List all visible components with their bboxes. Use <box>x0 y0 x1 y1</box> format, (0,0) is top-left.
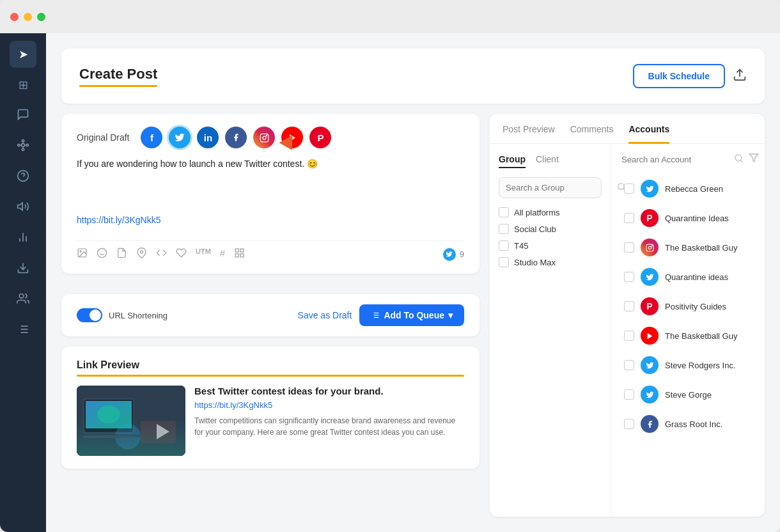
account-checkbox-quarantine-ideas-twitter[interactable] <box>624 272 634 282</box>
panel-tabs: Post Preview Comments Accounts <box>490 114 765 144</box>
account-name-grass-root: Grass Root Inc. <box>665 419 722 429</box>
account-list: Rebecca Green P Quarantine Ideas <box>621 175 754 438</box>
preview-article-desc: Twitter competitions can significantly i… <box>194 415 464 438</box>
account-checkbox-basketball-youtube[interactable] <box>624 331 634 341</box>
svg-marker-62 <box>647 332 652 339</box>
sidebar-item-download[interactable] <box>10 256 36 283</box>
group-label-t45: T45 <box>514 241 528 251</box>
search-account-input[interactable] <box>621 155 729 164</box>
sidebar-item-support[interactable] <box>10 164 36 191</box>
account-checkbox-quarantine-ideas[interactable] <box>624 213 634 223</box>
utm-toolbar-icon[interactable]: UTM <box>196 247 211 261</box>
file-toolbar-icon[interactable] <box>116 247 127 261</box>
preview-article-url[interactable]: https://bit.ly/3KgNkk5 <box>194 400 464 410</box>
account-item-steve-gorge[interactable]: Steve Gorge <box>621 380 754 409</box>
add-to-queue-button[interactable]: Add To Queue ▾ <box>359 304 464 326</box>
account-name-positivity-guides: Positivity Guides <box>665 302 726 311</box>
account-item-steve-rodgers[interactable]: Steve Rodgers Inc. <box>621 351 754 379</box>
group-tab-group[interactable]: Group <box>499 154 526 168</box>
svg-point-61 <box>651 245 651 246</box>
search-group-input[interactable] <box>506 183 613 192</box>
group-item-all[interactable]: All platforms <box>499 207 602 217</box>
tab-post-preview[interactable]: Post Preview <box>503 114 555 144</box>
twitter-count-icon <box>443 248 456 261</box>
account-checkbox-grass-root[interactable] <box>624 419 634 429</box>
svg-point-16 <box>19 293 24 298</box>
svg-rect-34 <box>235 249 238 252</box>
minimize-button[interactable] <box>24 13 32 21</box>
save-draft-button[interactable]: Save as Draft <box>298 310 352 320</box>
code-toolbar-icon[interactable] <box>156 247 167 261</box>
hashtag-toolbar-icon[interactable]: # <box>220 247 225 261</box>
account-item-basketball-instagram[interactable]: The Basketball Guy <box>621 233 754 262</box>
youtube-platform-icon[interactable] <box>281 127 303 148</box>
group-item-social-club[interactable]: Social Club <box>499 224 602 234</box>
account-checkbox-steve-rodgers[interactable] <box>624 360 634 370</box>
group-checkbox-social-club[interactable] <box>499 224 509 234</box>
main-layout: ➤ ⊞ <box>0 33 780 532</box>
svg-marker-58 <box>749 154 758 162</box>
bulk-schedule-button[interactable]: Bulk Schedule <box>633 64 725 88</box>
account-checkbox-rebecca-green[interactable] <box>624 184 634 194</box>
compose-textarea[interactable]: If you are wondering how to launch a new… <box>77 157 464 215</box>
export-button[interactable] <box>733 68 747 85</box>
emoji-toolbar-icon[interactable] <box>97 247 107 261</box>
sidebar-item-megaphone[interactable] <box>10 194 36 221</box>
maximize-button[interactable] <box>37 13 45 21</box>
sidebar-item-dashboard[interactable]: ⊞ <box>10 72 36 98</box>
sidebar-item-send[interactable]: ➤ <box>10 41 36 68</box>
sidebar-item-network[interactable] <box>10 133 36 160</box>
instagram-platform-icon[interactable] <box>253 127 275 148</box>
sidebar-item-groups[interactable] <box>10 286 36 313</box>
account-twitter-icon-steve-rodgers <box>641 356 659 374</box>
group-label-all: All platforms <box>514 208 560 217</box>
sidebar-item-chat[interactable] <box>10 102 36 129</box>
top-actions: Bulk Schedule <box>633 64 747 88</box>
groups-icon <box>17 292 29 308</box>
svg-rect-44 <box>77 386 185 456</box>
platform-row: Original Draft f in <box>77 127 464 148</box>
mention-toolbar-icon[interactable] <box>176 247 187 261</box>
account-twitter-icon-steve-gorge <box>641 386 659 403</box>
facebook2-platform-icon[interactable] <box>225 127 247 148</box>
compose-link[interactable]: https://bit.ly/3KgNkk5 <box>77 215 464 225</box>
account-name-quarantine-ideas: Quarantine Ideas <box>665 214 729 223</box>
account-item-basketball-youtube[interactable]: The Basketball Guy <box>621 322 754 350</box>
account-item-rebecca-green[interactable]: Rebecca Green <box>621 175 754 203</box>
filter-icon[interactable] <box>749 153 759 166</box>
account-item-quarantine-ideas-twitter[interactable]: Quarantine ideas <box>621 263 754 291</box>
sidebar: ➤ ⊞ <box>0 33 46 532</box>
queue-chevron-icon: ▾ <box>448 310 453 320</box>
account-checkbox-basketball-instagram[interactable] <box>624 242 634 253</box>
svg-point-56 <box>735 154 742 160</box>
tab-comments[interactable]: Comments <box>570 114 614 144</box>
svg-point-3 <box>18 144 20 146</box>
twitter-platform-icon[interactable] <box>169 127 191 148</box>
location-toolbar-icon[interactable] <box>136 247 147 261</box>
account-checkbox-steve-gorge[interactable] <box>624 389 634 400</box>
account-item-quarantine-ideas[interactable]: P Quarantine Ideas <box>621 204 754 232</box>
sidebar-item-list[interactable] <box>10 317 36 344</box>
account-item-positivity-guides[interactable]: P Positivity Guides <box>621 292 754 320</box>
linkedin-platform-icon[interactable]: in <box>197 127 219 148</box>
group-checkbox-t45[interactable] <box>499 240 509 251</box>
facebook-platform-icon[interactable]: f <box>141 127 162 148</box>
sidebar-item-analytics[interactable] <box>10 225 36 252</box>
tab-accounts[interactable]: Accounts <box>628 114 669 144</box>
pinterest-platform-icon[interactable]: P <box>309 127 331 148</box>
group-item-studio-max[interactable]: Studio Max <box>499 257 602 267</box>
list-icon <box>17 323 29 339</box>
close-button[interactable] <box>10 13 19 21</box>
image-toolbar-icon[interactable] <box>77 247 88 261</box>
url-shortening-toggle[interactable] <box>77 308 102 322</box>
group-checkbox-studio-max[interactable] <box>499 257 509 267</box>
group-item-t45[interactable]: T45 <box>499 240 602 251</box>
group-tab-client[interactable]: Client <box>536 154 559 168</box>
group-checkbox-all[interactable] <box>499 207 509 217</box>
account-checkbox-positivity-guides[interactable] <box>624 301 634 311</box>
char-count-value: 9 <box>460 249 464 259</box>
search-account-box <box>621 153 754 166</box>
search-group-box <box>499 177 602 198</box>
account-item-grass-root[interactable]: Grass Root Inc. <box>621 410 754 438</box>
grid-toolbar-icon[interactable] <box>234 247 245 261</box>
